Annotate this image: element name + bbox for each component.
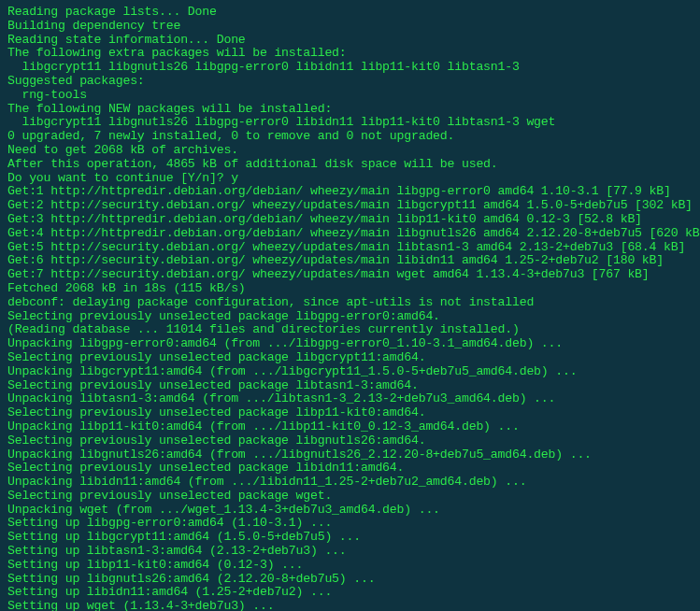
terminal-line: Get:1 http://httpredir.debian.org/debian… xyxy=(7,185,693,199)
terminal-line: Get:2 http://security.debian.org/ wheezy… xyxy=(7,199,693,213)
terminal-line: (Reading database ... 11014 files and di… xyxy=(7,323,693,337)
terminal-line: Selecting previously unselected package … xyxy=(7,462,693,476)
terminal-line: Suggested packages: xyxy=(7,75,693,89)
terminal-line: Selecting previously unselected package … xyxy=(7,434,693,448)
terminal-line: Selecting previously unselected package … xyxy=(7,490,693,504)
terminal-line: Selecting previously unselected package … xyxy=(7,351,693,365)
terminal-line: debconf: delaying package configuration,… xyxy=(7,296,693,310)
terminal-line: Get:5 http://security.debian.org/ wheezy… xyxy=(7,241,693,255)
terminal-line: Unpacking libtasn1-3:amd64 (from .../lib… xyxy=(7,392,693,406)
terminal-line: 0 upgraded, 7 newly installed, 0 to remo… xyxy=(7,130,693,144)
terminal-line: The following NEW packages will be insta… xyxy=(7,103,693,117)
terminal-line: Get:7 http://security.debian.org/ wheezy… xyxy=(7,268,693,282)
terminal-line: Reading package lists... Done xyxy=(7,6,693,20)
terminal-line: Need to get 2068 kB of archives. xyxy=(7,144,693,158)
terminal-line: Get:6 http://security.debian.org/ wheezy… xyxy=(7,254,693,268)
terminal-line: The following extra packages will be ins… xyxy=(7,47,693,61)
terminal-line: Selecting previously unselected package … xyxy=(7,379,693,393)
terminal-line: Selecting previously unselected package … xyxy=(7,406,693,420)
terminal-line: Get:3 http://httpredir.debian.org/debian… xyxy=(7,213,693,227)
terminal-line: Unpacking libgnutls26:amd64 (from .../li… xyxy=(7,448,693,462)
terminal-line: Building dependency tree xyxy=(7,20,693,34)
terminal-line: Setting up libidn11:amd64 (1.25-2+deb7u2… xyxy=(7,586,693,600)
terminal-line: Setting up libgcrypt11:amd64 (1.5.0-5+de… xyxy=(7,531,693,545)
terminal-output: Reading package lists... DoneBuilding de… xyxy=(7,6,693,611)
terminal-line: Unpacking libidn11:amd64 (from .../libid… xyxy=(7,476,693,490)
terminal-line: After this operation, 4865 kB of additio… xyxy=(7,158,693,172)
terminal-line: Setting up libp11-kit0:amd64 (0.12-3) ..… xyxy=(7,559,693,573)
terminal-line: Reading state information... Done xyxy=(7,34,693,48)
terminal-line: Get:4 http://httpredir.debian.org/debian… xyxy=(7,227,693,241)
terminal-line: Unpacking libp11-kit0:amd64 (from .../li… xyxy=(7,420,693,434)
terminal-line: Setting up libtasn1-3:amd64 (2.13-2+deb7… xyxy=(7,545,693,559)
terminal-line: Selecting previously unselected package … xyxy=(7,310,693,324)
terminal-line: Setting up libgnutls26:amd64 (2.12.20-8+… xyxy=(7,573,693,587)
terminal-line: Do you want to continue [Y/n]? y xyxy=(7,172,693,186)
terminal-line: Unpacking libgcrypt11:amd64 (from .../li… xyxy=(7,365,693,379)
terminal-line: Unpacking wget (from .../wget_1.13.4-3+d… xyxy=(7,504,693,518)
terminal-line: libgcrypt11 libgnutls26 libgpg-error0 li… xyxy=(7,116,693,130)
terminal-line: Setting up wget (1.13.4-3+deb7u3) ... xyxy=(7,600,693,611)
terminal-line: libgcrypt11 libgnutls26 libgpg-error0 li… xyxy=(7,61,693,75)
terminal-line: Fetched 2068 kB in 18s (115 kB/s) xyxy=(7,282,693,296)
terminal-line: Setting up libgpg-error0:amd64 (1.10-3.1… xyxy=(7,517,693,531)
terminal-line: rng-tools xyxy=(7,89,693,103)
terminal-line: Unpacking libgpg-error0:amd64 (from .../… xyxy=(7,337,693,351)
